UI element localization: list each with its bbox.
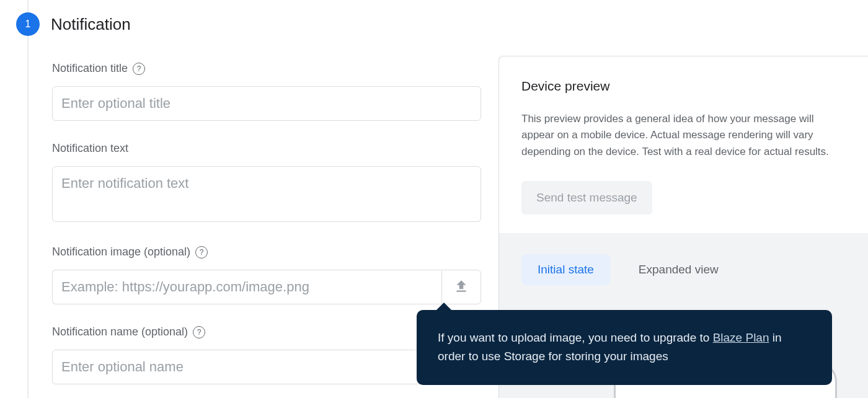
help-icon[interactable]: ? (133, 63, 145, 75)
tab-expanded-view[interactable]: Expanded view (622, 254, 735, 285)
step-title: Notification (51, 15, 131, 34)
send-test-message-button[interactable]: Send test message (521, 181, 652, 214)
device-preview-description: This preview provides a general idea of … (521, 111, 846, 160)
step-number-badge: 1 (16, 12, 40, 36)
preview-tabs: Initial state Expanded view (521, 254, 846, 285)
notification-text-input[interactable] (52, 166, 481, 222)
notification-image-label: Notification image (optional) (52, 245, 190, 259)
upload-upgrade-tooltip: If you want to upload image, you need to… (417, 310, 832, 385)
step-header: 1 Notification (16, 12, 131, 36)
blaze-plan-link[interactable]: Blaze Plan (713, 331, 769, 344)
step-number: 1 (25, 19, 31, 30)
notification-image-input[interactable] (52, 270, 441, 304)
notification-name-label: Notification name (optional) (52, 325, 188, 338)
tooltip-text-prefix: If you want to upload image, you need to… (438, 331, 713, 344)
help-icon[interactable]: ? (193, 326, 205, 338)
notification-text-label: Notification text (52, 142, 128, 155)
notification-title-input[interactable] (52, 86, 481, 121)
help-icon[interactable]: ? (195, 246, 208, 259)
tab-initial-state[interactable]: Initial state (521, 254, 610, 285)
upload-image-button[interactable] (441, 270, 481, 304)
notification-title-label: Notification title (52, 62, 128, 75)
device-preview-title: Device preview (521, 79, 846, 94)
upload-icon (453, 278, 469, 296)
